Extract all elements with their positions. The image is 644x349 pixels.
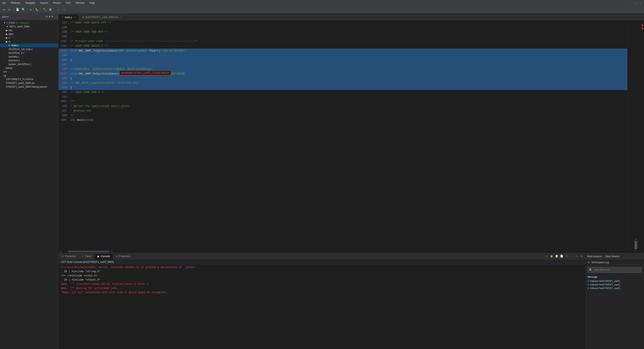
toolbar-navigate-forward[interactable]: → bbox=[62, 7, 66, 12]
toolbar-back[interactable]: ◁ bbox=[1, 7, 6, 12]
properties-icon: ≡ bbox=[116, 255, 118, 258]
menu-refactor[interactable]: Refactor bbox=[10, 1, 21, 5]
tree-project[interactable]: ▼ r_F103 (in Charger) bbox=[0, 21, 58, 25]
menu-ice[interactable]: ice bbox=[2, 1, 6, 5]
panel-tab-problems[interactable]: ⚠ Problems bbox=[58, 253, 79, 260]
code-line-138: 138 bbox=[58, 25, 627, 30]
scroll-down[interactable]: ▼ bbox=[635, 250, 636, 252]
menu-help[interactable]: Help bbox=[89, 1, 96, 5]
panel-btn-minimize[interactable]: − bbox=[570, 254, 574, 258]
workspace-log-header[interactable]: ▼ Workspace Log bbox=[586, 260, 644, 265]
toolbar-debug[interactable]: 🐛 bbox=[34, 7, 39, 12]
tree-debug-launch-label: STM32F1_uart3_DMA Debug.launch bbox=[6, 85, 47, 88]
filter-section: 🔍 bbox=[586, 265, 644, 275]
window-close[interactable]: × bbox=[639, 1, 642, 5]
tree-c[interactable]: ▶ c bbox=[0, 36, 58, 40]
toolbar-build[interactable]: 🔨 bbox=[42, 7, 47, 12]
window-minimize[interactable]: − bbox=[630, 1, 633, 5]
tree-main-c[interactable]: main.c bbox=[0, 44, 58, 47]
menu-run[interactable]: Run bbox=[65, 1, 71, 5]
log-item-2: ℹ Indexed 'testSTM32F1_uart3_ bbox=[588, 283, 642, 286]
tree-sysmem[interactable]: sysmem.c bbox=[0, 58, 58, 62]
code-line-143: ⊗143 void HAL_UART_TxCpltCallback(UART_H… bbox=[58, 48, 627, 53]
panel-btn-paste[interactable]: 📄 bbox=[560, 254, 564, 258]
toolbar-save[interactable]: 💾 bbox=[15, 7, 20, 12]
toolbar-sep-2 bbox=[27, 8, 27, 12]
tree-flash-ld[interactable]: 32F103RETX_FLASH.ld bbox=[0, 78, 58, 81]
console-area: ⚠ Problems ✓ Tasks ▶ Console ≡ bbox=[58, 253, 586, 349]
tree-system[interactable]: system_stm32f1xx.c bbox=[0, 62, 58, 66]
tree-uart3-dma[interactable]: ▼ /32F1_uart3_DMA bbox=[0, 25, 58, 28]
tree-ries-label: ries bbox=[8, 29, 12, 32]
sidebar-filter[interactable]: ▼ bbox=[51, 15, 54, 18]
panel-btn-clear[interactable]: ✕ bbox=[544, 254, 548, 258]
tab-icon-main: C bbox=[62, 16, 64, 18]
tree-ers[interactable]: ers bbox=[0, 70, 58, 74]
panel-btn-maximize[interactable]: □ bbox=[574, 254, 579, 258]
console-line-7: "make -j12 all" terminated with exit cod… bbox=[61, 290, 583, 294]
tree-debug-launch[interactable]: STM32F1_uart3_DMA Debug.launch bbox=[0, 85, 58, 89]
error-indicator-main bbox=[8, 44, 10, 46]
panel-btn-scroll-lock[interactable]: 🔒 bbox=[550, 254, 554, 258]
tree-ides[interactable]: ▶ ides bbox=[0, 32, 58, 36]
scroll-left[interactable]: ◀ bbox=[60, 250, 62, 253]
tree-in-charger-label: (in Charger) bbox=[16, 21, 29, 24]
tasks-label: Tasks bbox=[85, 255, 92, 258]
panel-btn-close[interactable]: ✕ bbox=[580, 254, 584, 258]
panel-btn-copy[interactable]: 📋 bbox=[554, 254, 559, 258]
tab-close-ioc[interactable]: × bbox=[120, 16, 122, 18]
tree-ug[interactable]: ug bbox=[0, 74, 58, 78]
vert-scroll-btns: ▲ ▼ bbox=[628, 237, 644, 253]
menu-navigate[interactable]: Navigate bbox=[24, 1, 36, 5]
panel-tab-properties[interactable]: ≡ Properties bbox=[113, 253, 133, 260]
toolbar-search[interactable]: 🔍 bbox=[21, 7, 26, 12]
tree-it[interactable]: stm32f1xx_it.c bbox=[0, 51, 58, 55]
scroll-right[interactable]: ▶ bbox=[111, 250, 112, 253]
window-maximize[interactable]: □ bbox=[634, 1, 638, 5]
toolbar-forward[interactable]: ▷ bbox=[7, 7, 12, 12]
filter-input[interactable] bbox=[593, 268, 640, 272]
menu-window[interactable]: Window bbox=[75, 1, 85, 5]
vert-scroll-thumb[interactable] bbox=[634, 241, 637, 249]
build-analyzer-tab[interactable]: Build Analyzer bbox=[587, 255, 602, 258]
tree-ries[interactable]: ▶ ries bbox=[0, 28, 58, 32]
horiz-scroll-thumb[interactable] bbox=[68, 251, 110, 252]
log-text-1: Indexed 'testSTM32F1_uart3_ bbox=[590, 280, 621, 282]
sidebar-link[interactable]: ⊕ bbox=[48, 15, 50, 18]
tree-syscalls[interactable]: syscalls.c bbox=[0, 55, 58, 58]
panel-tab-tasks[interactable]: ✓ Tasks bbox=[79, 253, 95, 260]
tab-main-c[interactable]: C main.c × bbox=[58, 14, 79, 20]
menu-project[interactable]: Project bbox=[52, 1, 62, 5]
tab-label-main: main.c bbox=[65, 16, 72, 19]
toolbar-run[interactable]: ▶ bbox=[28, 7, 34, 12]
panel-tab-bar: ⚠ Problems ✓ Tasks ▶ Console ≡ bbox=[58, 253, 586, 260]
horiz-scrollbar[interactable]: ◀ ▶ bbox=[58, 250, 627, 253]
sidebar-collapse-all[interactable]: ⊟ bbox=[46, 15, 48, 18]
code-line-154: 154 bbox=[58, 94, 627, 99]
panel-tab-console[interactable]: ▶ Console bbox=[94, 253, 113, 260]
tab-close-main[interactable]: × bbox=[74, 16, 76, 18]
tree-ioc[interactable]: STM32F1_uart3_DMA.ioc bbox=[0, 81, 58, 85]
toolbar-clean[interactable]: 🗑 bbox=[48, 7, 53, 12]
right-panel: Build Analyzer Static Stack A ▼ Workspac… bbox=[586, 253, 644, 349]
menu-search[interactable]: Search bbox=[39, 1, 49, 5]
tab-ioc[interactable]: ⚙ testSTM32F1_uart3_DMA.ioc × bbox=[79, 14, 125, 20]
tree-arrow: ▼ bbox=[3, 21, 6, 24]
static-stack-tab[interactable]: Static Stack A bbox=[605, 255, 620, 258]
code-line-142: 142⊟ /* USER CODE BEGIN 0 */ bbox=[58, 44, 627, 48]
panel-btn-new[interactable]: + bbox=[564, 254, 569, 258]
console-icon: ▶ bbox=[98, 255, 100, 258]
tree-hal-msp[interactable]: stm32f1xx_hal_msp.c bbox=[0, 47, 58, 51]
tree-ug-label: ug bbox=[3, 74, 6, 77]
toolbar-navigate-back[interactable]: ← bbox=[56, 7, 61, 12]
console-output[interactable]: (*)/Core/Src/main(2315): #error #include… bbox=[58, 264, 586, 349]
tree-arrow-5: ▶ bbox=[6, 36, 8, 39]
tree-rc[interactable]: ▶ rc bbox=[0, 40, 58, 44]
console-header: CDT Build Console [testSTM32F1_uart3_DMA… bbox=[58, 260, 586, 264]
code-line-147: 147 bbox=[58, 62, 627, 67]
scroll-up[interactable]: ▲ bbox=[635, 238, 636, 240]
tab-bar: C main.c × ⚙ testSTM32F1_uart3_DMA.ioc × bbox=[58, 14, 644, 20]
tree-arrow-3: ▶ bbox=[6, 29, 8, 32]
sidebar-more[interactable]: … bbox=[54, 15, 57, 18]
tree-tartup[interactable]: tartup bbox=[0, 66, 58, 70]
